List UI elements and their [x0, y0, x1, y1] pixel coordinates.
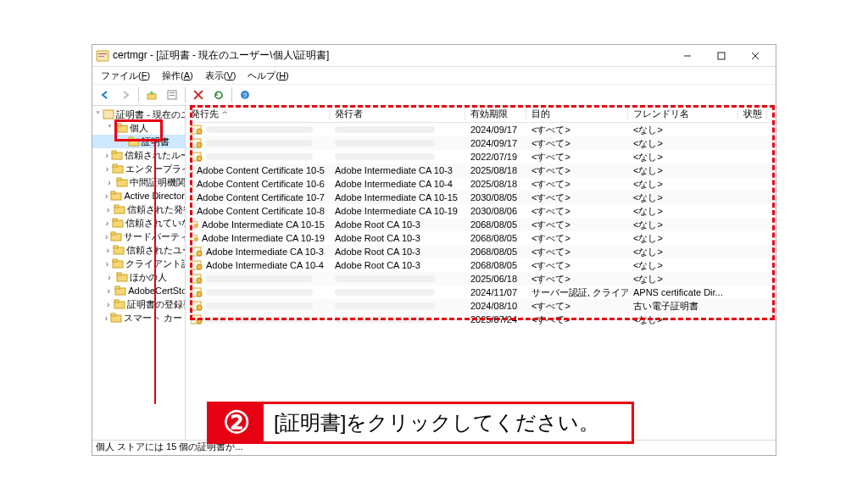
folder-icon	[111, 149, 123, 161]
annotation-arrow	[154, 141, 156, 404]
svg-rect-4	[718, 53, 725, 59]
folder-icon	[114, 298, 125, 310]
svg-rect-9	[170, 92, 175, 93]
menu-action[interactable]: 操作(A)	[157, 69, 198, 83]
folder-icon	[114, 203, 125, 215]
properties-button[interactable]	[163, 86, 181, 104]
tree-item[interactable]: ›クライアント認証発行者	[92, 257, 185, 270]
folder-icon	[110, 230, 122, 242]
svg-rect-37	[113, 259, 117, 262]
tree-pane[interactable]: ˅ 証明書 - 現在のユーザー ˅個人証明書›信頼されたルート証明機関›エンター…	[92, 106, 186, 440]
instruction-callout: ② [証明書]をクリックしてください。	[207, 402, 634, 444]
tree-item[interactable]: ›証明書の登録要求	[92, 297, 185, 311]
tree-item[interactable]: ›スマート カードの信頼されたルート	[92, 311, 185, 324]
tree-item-label: ほかの人	[130, 271, 167, 284]
tree-item-label: 中間証明機関	[130, 176, 185, 189]
window-title: certmgr - [証明書 - 現在のユーザー\個人\証明書]	[113, 48, 670, 63]
svg-rect-7	[147, 94, 156, 99]
refresh-button[interactable]	[209, 86, 228, 104]
svg-rect-27	[111, 191, 115, 194]
svg-rect-15	[103, 110, 114, 119]
svg-rect-43	[114, 300, 119, 302]
highlight-tree-cert	[114, 119, 163, 141]
tree-item[interactable]: ›信頼されていない証明書	[92, 216, 185, 230]
folder-icon	[110, 190, 122, 202]
back-button[interactable]	[96, 86, 114, 104]
folder-icon	[114, 285, 126, 297]
titlebar: certmgr - [証明書 - 現在のユーザー\個人\証明書]	[92, 45, 776, 67]
menu-help[interactable]: ヘルプ(H)	[242, 69, 293, 83]
instruction-text: [証明書]をクリックしてください。	[264, 404, 609, 441]
close-button[interactable]	[738, 46, 772, 66]
certificate-root-icon	[103, 108, 114, 120]
tree-item-label: 信頼された発行元	[127, 203, 185, 216]
svg-rect-45	[111, 313, 115, 316]
tree-item-label: 証明書の登録要求	[127, 298, 185, 311]
help-button[interactable]: ?	[236, 86, 254, 104]
tree-item-label: AdobeCertStore	[128, 286, 185, 296]
delete-button[interactable]	[189, 86, 208, 104]
tree-item[interactable]: ›Active Directory ユーザー オブジ	[92, 189, 185, 202]
menu-view[interactable]: 表示(V)	[200, 69, 242, 83]
svg-rect-31	[113, 219, 117, 221]
certmgr-icon	[96, 49, 109, 63]
folder-icon	[112, 163, 124, 175]
menubar: ファイル(F) 操作(A) 表示(V) ヘルプ(H)	[92, 67, 776, 84]
menu-file[interactable]: ファイル(F)	[96, 69, 155, 83]
tree-item[interactable]: ›サードパーティ ルート証明機関	[92, 230, 185, 243]
minimize-button[interactable]	[670, 46, 704, 66]
tree-item[interactable]: ›中間証明機関	[92, 175, 185, 189]
folder-icon	[110, 312, 122, 324]
svg-rect-10	[170, 95, 175, 96]
svg-rect-33	[111, 232, 115, 235]
folder-icon	[116, 176, 128, 188]
tree-item[interactable]: ›AdobeCertStore	[92, 284, 185, 297]
tree-item[interactable]: ›信頼された発行元	[92, 202, 185, 216]
svg-rect-23	[113, 164, 117, 167]
maximize-button[interactable]	[704, 46, 738, 66]
svg-text:?: ?	[243, 92, 248, 99]
svg-rect-39	[117, 273, 121, 275]
tree-item[interactable]: ›エンタープライズの信頼	[92, 162, 185, 175]
svg-rect-1	[98, 53, 107, 54]
svg-rect-21	[112, 151, 116, 153]
folder-icon	[112, 258, 124, 269]
svg-rect-35	[114, 246, 118, 248]
folder-icon	[113, 244, 125, 256]
svg-rect-25	[117, 178, 121, 180]
up-button[interactable]	[142, 86, 161, 104]
step-number-badge: ②	[209, 404, 264, 441]
tree-item[interactable]: ›信頼されたルート証明機関	[92, 148, 185, 162]
svg-rect-41	[115, 286, 120, 289]
highlight-list-area	[190, 105, 775, 320]
toolbar: ?	[92, 84, 776, 106]
tree-item[interactable]: ›ほかの人	[92, 270, 185, 284]
tree-item[interactable]: ›信頼されたユーザー	[92, 243, 185, 257]
folder-icon	[116, 271, 128, 283]
svg-rect-29	[114, 205, 119, 208]
svg-rect-2	[98, 56, 104, 57]
forward-button[interactable]	[116, 86, 135, 104]
folder-icon	[112, 217, 124, 229]
